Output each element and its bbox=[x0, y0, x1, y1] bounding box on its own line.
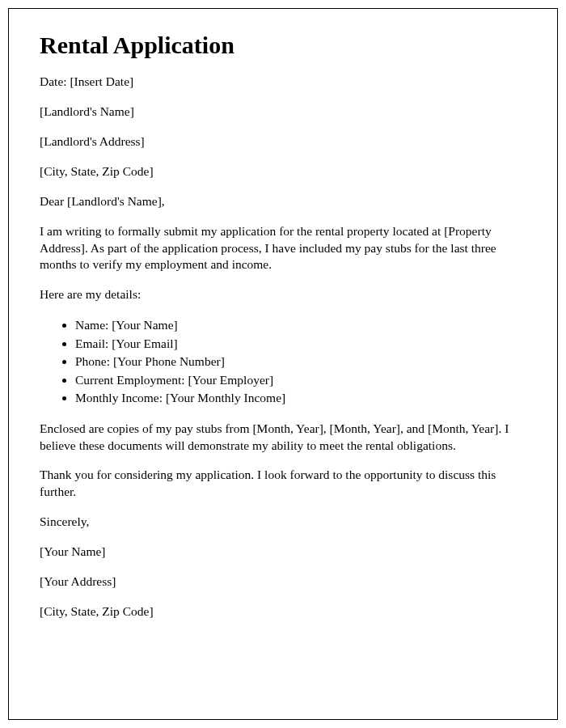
salutation: Dear [Landlord's Name], bbox=[40, 193, 526, 210]
details-list: Name: [Your Name] Email: [Your Email] Ph… bbox=[40, 316, 526, 407]
list-item: Name: [Your Name] bbox=[75, 316, 526, 334]
sender-city: [City, State, Zip Code] bbox=[40, 603, 526, 620]
list-item: Email: [Your Email] bbox=[75, 335, 526, 353]
landlord-name: [Landlord's Name] bbox=[40, 104, 526, 121]
list-item: Current Employment: [Your Employer] bbox=[75, 371, 526, 389]
list-item: Phone: [Your Phone Number] bbox=[75, 353, 526, 370]
list-item: Monthly Income: [Your Monthly Income] bbox=[75, 389, 526, 407]
sender-name: [Your Name] bbox=[40, 544, 526, 561]
details-heading: Here are my details: bbox=[40, 286, 526, 303]
enclosed-paragraph: Enclosed are copies of my pay stubs from… bbox=[40, 421, 526, 455]
page-title: Rental Application bbox=[40, 32, 526, 59]
sender-address: [Your Address] bbox=[40, 574, 526, 590]
intro-paragraph: I am writing to formally submit my appli… bbox=[40, 223, 526, 274]
date-line: Date: [Insert Date] bbox=[40, 74, 526, 91]
landlord-address: [Landlord's Address] bbox=[40, 133, 526, 150]
thanks-paragraph: Thank you for considering my application… bbox=[40, 467, 526, 501]
document-page: Rental Application Date: [Insert Date] [… bbox=[8, 8, 558, 720]
landlord-city: [City, State, Zip Code] bbox=[40, 163, 526, 180]
closing: Sincerely, bbox=[40, 514, 526, 531]
